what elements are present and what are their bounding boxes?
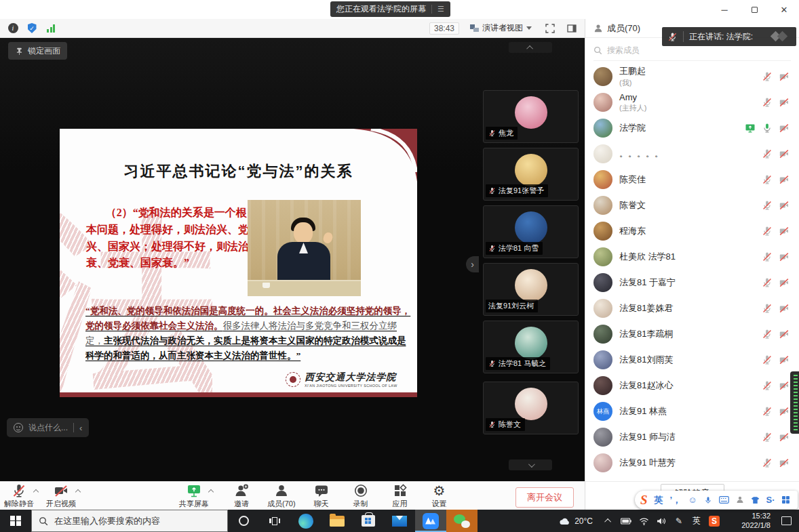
minimize-button[interactable]: ─ [709,0,739,19]
member-row[interactable]: 法复91 叶慧芳 [585,450,799,476]
member-name: 程海东 [619,225,762,237]
tray-overflow-chevron[interactable] [600,510,617,532]
strip-expand-chevron[interactable]: › [466,256,479,272]
member-row[interactable]: 林燕法复91 林燕 [585,398,799,424]
restore-button[interactable] [739,0,769,19]
tile-name: 法复91刘云柯 [488,301,534,311]
lock-view-button[interactable]: 锁定画面 [8,42,67,60]
mail-taskbar-icon[interactable] [384,510,415,532]
member-row[interactable]: 王鹏起(我) [585,64,799,89]
tencent-meeting-taskbar-icon[interactable] [415,510,446,532]
member-row[interactable]: 法复81李疏桐 [585,321,799,347]
wechat-taskbar-icon[interactable] [446,510,478,532]
meeting-info-icon[interactable]: i [5,22,20,35]
volume-icon[interactable] [652,510,670,532]
video-tile[interactable]: 法学81 向雪 [483,205,579,258]
file-explorer-taskbar-icon[interactable] [321,510,353,532]
emoji-icon[interactable] [14,423,23,432]
strip-scroll-up-button[interactable] [509,42,552,53]
member-name: 陈奕佳 [619,173,762,186]
ime-voice-icon[interactable] [704,495,712,505]
toolbar-chat-button[interactable]: 聊天 [307,483,336,509]
strip-scroll-down-button[interactable] [509,459,552,470]
view-mode-dropdown[interactable]: 演讲者视图 [466,21,536,35]
ime-emoji-icon[interactable]: ☺ [688,495,697,505]
side-panel-toggle-button[interactable] [564,22,579,35]
network-wifi-icon[interactable] [635,510,652,532]
member-avatar [593,93,612,112]
taskbar-search-box[interactable]: 在这里输入你要搜索的内容 [31,510,228,532]
task-view-button[interactable] [259,510,290,532]
edge-indicator-widget[interactable] [790,371,799,434]
ime-keyboard-icon[interactable] [719,496,729,504]
toolbar-record-button[interactable]: 录制 [346,483,376,509]
mic-muted-icon [762,354,773,365]
ime-toolbox-icon[interactable]: S· [766,495,775,505]
cam-off-icon [779,148,790,159]
toolbar-invite-button[interactable]: 邀请 [227,483,256,509]
video-tile[interactable]: 法复91张警予 [483,148,579,201]
taskbar-weather[interactable]: 20°C [553,516,600,526]
network-signal-icon[interactable] [43,22,58,35]
cortana-button[interactable] [228,510,259,532]
windows-taskbar: 在这里输入你要搜索的内容 20°C ✎ 英 S 15:32 2022/1/8 [0,510,799,532]
edge-taskbar-icon[interactable] [290,510,321,532]
toolbar-members-button[interactable]: 成员(70) [266,483,297,509]
leave-meeting-button[interactable]: 离开会议 [515,487,574,508]
toolbar-share-screen-button[interactable]: 共享屏幕 [178,483,210,509]
member-avatar [593,350,612,369]
taskbar-clock[interactable]: 15:32 2022/1/8 [723,512,773,531]
action-center-button[interactable] [773,510,799,532]
toolbar-mic-muted-button[interactable]: 解除静音 [3,483,35,509]
member-row[interactable]: 法复81赵冰心 [585,373,799,398]
cam-off-icon [779,123,790,134]
toolbar-settings-button[interactable]: ⚙设置 [425,483,454,509]
ime-skin-icon[interactable] [751,496,760,504]
member-row[interactable]: 陈誉文 [585,192,799,218]
fullscreen-button[interactable] [543,22,558,35]
video-tile[interactable]: 法复91刘云柯 [483,263,579,316]
sogou-ime-bar: S 英 ’， ☺ S· [635,491,798,509]
tile-name-label: 法复91刘云柯 [486,300,538,312]
quick-chat-input[interactable]: 说点什么... ‹ [7,418,89,437]
sogou-logo-icon[interactable]: S [640,493,648,508]
ime-language-indicator[interactable]: 英 [688,510,705,532]
member-row[interactable]: 陈奕佳 [585,167,799,192]
toolbar-apps-button[interactable]: 应用 [385,483,415,509]
microsoft-store-taskbar-icon[interactable] [353,510,384,532]
tile-name: 法复91张警予 [499,186,544,196]
battery-icon[interactable] [617,510,635,532]
ime-lang-toggle[interactable]: 英 [655,494,663,506]
sogou-tray-icon[interactable]: S [705,510,723,532]
ime-punctuation-toggle[interactable]: ’， [670,494,682,506]
video-tile[interactable]: 法学81 马毓之 [483,321,579,373]
member-row[interactable]: 法学院 [585,115,799,141]
tile-name-label: 法学81 马毓之 [486,357,550,370]
start-button[interactable] [0,510,31,532]
ime-handwriting-icon[interactable] [736,495,744,504]
mic-muted-icon [762,148,773,159]
member-status-icons [762,380,790,391]
video-tile[interactable]: 陈誉文 [483,382,579,434]
close-button[interactable]: ✕ [769,0,799,19]
video-tile[interactable]: 焦龙 [483,90,579,143]
member-avatar [593,144,612,163]
clock-date: 2022/1/8 [723,521,771,531]
member-row[interactable]: 法复81刘雨芙 [585,347,799,373]
member-row[interactable]: 法复91 师与洁 [585,424,799,450]
member-row[interactable]: 程海东 [585,218,799,244]
member-row[interactable]: Amy(主持人) [585,89,799,115]
pen-icon[interactable]: ✎ [670,510,688,532]
tile-avatar [515,211,547,244]
member-row[interactable]: 法复81 于嘉宁 [585,270,799,295]
collapse-chat-icon[interactable]: ‹ [79,423,82,433]
member-row[interactable]: 杜美欣 法学81 [585,244,799,270]
ime-apps-grid-icon[interactable] [782,496,790,504]
toast-menu-icon[interactable]: ☰ [431,5,444,14]
security-shield-icon[interactable]: ✓ [24,22,39,35]
toolbar-cam-off-button[interactable]: 开启视频 [45,483,77,509]
mic-muted-icon [762,406,773,417]
mic-muted-icon [762,457,773,468]
member-row[interactable]: 。。。。。 [585,141,799,167]
member-row[interactable]: 法复81姜姝君 [585,295,799,321]
